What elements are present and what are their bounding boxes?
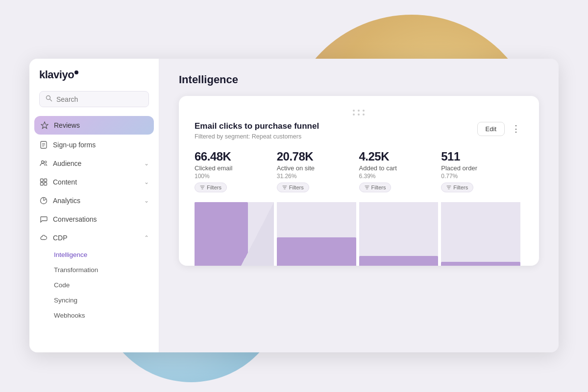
sub-item-webhooks[interactable]: Webhooks [29,308,159,323]
transformation-sub-label: Transformation [54,266,98,274]
app-window: klaviyo Reviews [29,59,559,352]
signup-forms-label: Sign-up forms [53,141,149,149]
bar-fill-1 [277,237,356,266]
search-bar[interactable] [39,91,149,107]
bar-2 [359,202,441,266]
svg-rect-10 [44,179,47,182]
content-chevron: ⌄ [144,179,149,185]
logo-dot [74,70,78,74]
drag-dot [363,110,365,112]
main-content: Intelligence Email clicks [159,59,559,352]
card-title: Email clicks to purchase funnel [195,121,319,131]
card-subtitle: Filtered by segment: Repeat customers [195,133,319,140]
svg-point-7 [42,161,44,163]
bubble-icon [39,215,48,224]
bar-0 [195,202,277,266]
sidebar: klaviyo Reviews [29,59,159,352]
funnel-card: Email clicks to purchase funnel Filtered… [179,96,539,266]
metric-clicked-email: 66.48K Clicked email 100% Filters [195,150,277,192]
logo: klaviyo [39,69,78,81]
sidebar-item-conversations[interactable]: Conversations [29,210,159,229]
more-options-button[interactable]: ⋮ [509,121,523,136]
sidebar-item-reviews[interactable]: Reviews [34,116,154,135]
conversations-label: Conversations [53,215,149,223]
svg-point-8 [45,161,47,163]
bar-1 [277,202,359,266]
metric-value-0: 66.48K [195,150,269,163]
people-icon [39,159,48,168]
search-container [29,91,159,115]
filter-icon [200,185,205,190]
drag-dot [363,114,365,115]
bar-bg-3 [441,202,520,266]
filter-icon [282,185,287,190]
metric-pct-2: 6.39% [359,173,434,180]
metric-pct-0: 100% [195,173,269,180]
chart-icon [39,196,48,205]
bar-chart [195,202,523,266]
audience-chevron: ⌄ [144,160,149,167]
edit-button[interactable]: Edit [477,122,505,136]
metric-label-2: Added to cart [359,164,434,172]
logo-area: klaviyo [29,69,159,91]
svg-rect-12 [44,183,47,185]
search-input[interactable] [56,95,143,103]
audience-label: Audience [53,160,139,167]
search-icon [46,95,52,103]
sidebar-item-signup-forms[interactable]: Sign-up forms [29,136,159,154]
sidebar-item-content[interactable]: Content ⌄ [29,173,159,191]
document-icon [39,140,48,149]
drag-dot [358,110,360,112]
svg-rect-9 [41,179,44,182]
drag-handle[interactable] [195,110,523,115]
metric-pct-1: 31.26% [277,173,351,180]
grid-icon [39,178,48,186]
sidebar-item-analytics[interactable]: Analytics ⌄ [29,191,159,210]
filter-badge-3[interactable]: Filters [441,183,473,192]
card-title-area: Email clicks to purchase funnel Filtered… [195,121,319,140]
sidebar-item-cdp[interactable]: CDP ⌃ [29,229,159,247]
cloud-icon [39,233,48,242]
cdp-chevron: ⌃ [144,234,149,241]
filter-badge-1[interactable]: Filters [277,183,309,192]
bar-fill-0 [195,202,248,266]
metric-active-on-site: 20.78K Active on site 31.26% Filters [277,150,359,192]
metrics-row: 66.48K Clicked email 100% Filters 20.78K [195,150,523,192]
metric-value-2: 4.25K [359,150,434,163]
sidebar-item-audience[interactable]: Audience ⌄ [29,154,159,173]
bar-fill-2 [359,256,439,266]
svg-line-1 [50,99,52,101]
metric-label-1: Active on site [277,164,351,172]
analytics-label: Analytics [53,197,139,205]
filter-icon [365,185,369,190]
reviews-label: Reviews [54,121,148,129]
card-header: Email clicks to purchase funnel Filtered… [195,121,523,140]
sub-item-transformation[interactable]: Transformation [29,262,159,277]
bar-3 [441,202,523,266]
filter-icon [446,185,451,190]
filter-badge-2[interactable]: Filters [359,183,392,192]
drag-dot [353,114,355,115]
metric-label-3: Placed order [441,164,515,172]
metric-label-0: Clicked email [195,164,269,172]
sub-item-intelligence[interactable]: Intelligence [29,247,159,262]
metric-value-3: 511 [441,150,515,163]
content-label: Content [53,178,139,186]
metric-pct-3: 0.77% [441,173,515,180]
metric-value-1: 20.78K [277,150,351,163]
star-icon [40,121,49,130]
metric-added-to-cart: 4.25K Added to cart 6.39% Filters [359,150,441,192]
svg-rect-11 [41,183,44,185]
svg-marker-2 [41,122,48,129]
page-title: Intelligence [179,73,539,86]
drag-dots [353,110,366,115]
syncing-sub-label: Syncing [54,297,77,304]
filter-badge-0[interactable]: Filters [195,183,227,192]
drag-dot [358,114,360,115]
card-actions: Edit ⋮ [477,121,523,136]
sub-item-syncing[interactable]: Syncing [29,293,159,308]
drag-dot [353,110,355,112]
intelligence-panel: Intelligence Email clicks [159,59,559,352]
cdp-sub-items: Intelligence Transformation Code Syncing… [29,247,159,323]
sub-item-code[interactable]: Code [29,277,159,293]
